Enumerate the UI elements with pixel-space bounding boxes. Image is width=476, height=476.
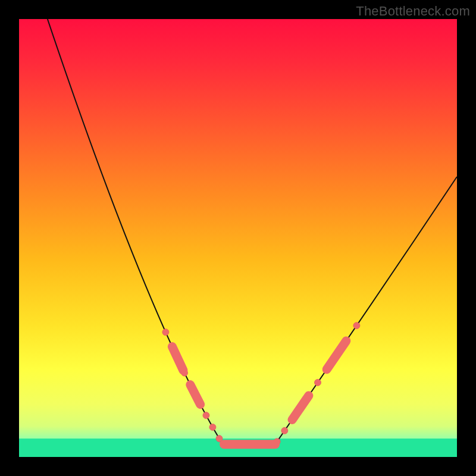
curve-marker (209, 424, 216, 430)
plot-area (19, 19, 457, 457)
gradient-background (19, 19, 457, 457)
curve-marker (162, 329, 169, 336)
curve-marker (353, 322, 360, 329)
chart-svg (19, 19, 457, 457)
curve-marker (315, 379, 321, 386)
curve-marker (281, 427, 288, 434)
app-frame: TheBottleneck.com (0, 0, 476, 476)
watermark-label: TheBottleneck.com (356, 4, 470, 19)
curve-marker (203, 412, 209, 419)
